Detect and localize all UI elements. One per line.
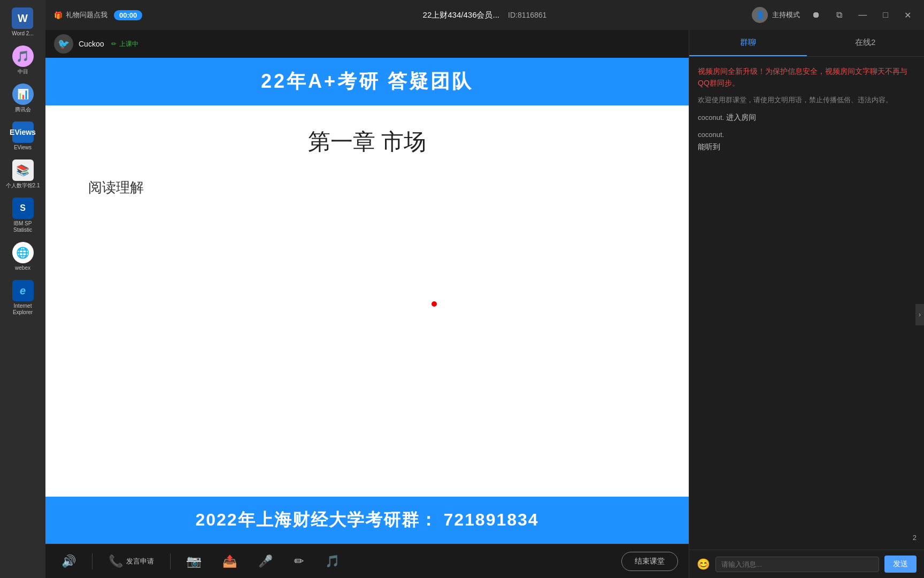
online-count: 2 bbox=[913, 534, 917, 542]
content-area: 🐦 Cuckoo ✏ 上课中 22年A+考研 答疑团队 第一章 市场 阅读理解 bbox=[45, 30, 924, 578]
chat-input-area: 😊 发送 bbox=[689, 550, 924, 578]
desktop-icon-tencent[interactable]: 📊 腾讯会 bbox=[10, 81, 36, 115]
desktop-icon-word-label: Word 2... bbox=[12, 31, 33, 37]
class-status-label: 上课中 bbox=[119, 40, 138, 49]
record-button[interactable]: ⏺ bbox=[807, 8, 825, 22]
camera-button[interactable]: 📷 bbox=[181, 551, 206, 572]
slide-subtitle: 阅读理解 bbox=[88, 178, 144, 197]
presenter-name: Cuckoo bbox=[79, 40, 104, 48]
volume-button[interactable]: 🔊 bbox=[56, 551, 81, 572]
cursor-dot bbox=[432, 301, 437, 307]
presenter-avatar: 🐦 bbox=[54, 34, 73, 54]
volume-icon: 🔊 bbox=[61, 554, 76, 568]
timer-badge: 00:00 bbox=[114, 10, 142, 20]
send-button[interactable]: 发送 bbox=[884, 556, 917, 573]
mic-button[interactable]: 🎤 bbox=[253, 551, 278, 572]
slide-header-text: 22年A+考研 答疑团队 bbox=[261, 70, 473, 92]
chat-username-2: coconut. bbox=[698, 131, 724, 139]
chat-tabs: 群聊 在线2 bbox=[689, 30, 924, 57]
chat-panel: 群聊 在线2 视频房间全新升级！为保护信息安全，视频房间文字聊天不再与QQ群同步… bbox=[689, 30, 924, 578]
presenter-bar: 🐦 Cuckoo ✏ 上课中 bbox=[45, 30, 689, 58]
maximize-button[interactable]: □ bbox=[879, 8, 892, 22]
music-button[interactable]: 🎵 bbox=[320, 551, 345, 572]
screen-share-button[interactable]: 📤 bbox=[217, 551, 242, 572]
gift-button[interactable]: 🎁 礼物问题点我 bbox=[54, 10, 107, 20]
camera-icon: 📷 bbox=[187, 554, 201, 568]
chat-input[interactable] bbox=[715, 557, 879, 572]
room-id: ID:8116861 bbox=[508, 11, 546, 19]
gift-icon: 🎁 bbox=[54, 11, 63, 19]
phone-icon: 📞 bbox=[109, 554, 123, 568]
desktop-icon-eviews[interactable]: EViews EViews bbox=[10, 119, 36, 153]
system-message-2: 欢迎使用群课堂，请使用文明用语，禁止传播低俗、违法内容。 bbox=[698, 95, 915, 106]
slide-footer: 2022年上海财经大学考研群： 721891834 bbox=[45, 497, 689, 544]
right-edge-arrow[interactable]: › bbox=[915, 304, 924, 325]
voice-request-button[interactable]: 📞 发言申请 bbox=[103, 551, 159, 572]
desktop-icon-webex[interactable]: 🌐 webex bbox=[10, 240, 36, 273]
whiteboard-icon: ✏ bbox=[294, 554, 304, 568]
desktop-icon-ibm-label: IBM SP Statistic bbox=[4, 220, 42, 233]
desktop-icon-ie-label: Internet Explorer bbox=[4, 303, 42, 316]
host-avatar: 👤 bbox=[752, 7, 768, 23]
music-icon: 🎵 bbox=[325, 554, 340, 568]
title-bar-right: 👤 主持模式 ⏺ ⧉ — □ ✕ bbox=[752, 7, 915, 23]
host-label: 主持模式 bbox=[772, 10, 800, 20]
whiteboard-button[interactable]: ✏ bbox=[289, 551, 309, 572]
desktop-icon-webex-label: webex bbox=[15, 265, 30, 271]
popout-button[interactable]: ⧉ bbox=[832, 8, 846, 22]
room-title: 22上财434/436会员... bbox=[423, 10, 499, 20]
chat-text-2: 能听到 bbox=[698, 142, 720, 151]
chat-message-1: coconut. 进入房间 bbox=[698, 111, 915, 124]
desktop-icon-zhongmu-label: 中目 bbox=[18, 69, 28, 75]
system-message-1: 视频房间全新升级！为保护信息安全，视频房间文字聊天不再与QQ群同步。 bbox=[698, 65, 915, 89]
desktop-icon-tencent-label: 腾讯会 bbox=[15, 107, 31, 113]
close-button[interactable]: ✕ bbox=[900, 8, 915, 22]
class-status: ✏ 上课中 bbox=[111, 40, 138, 49]
tab-group[interactable]: 群聊 bbox=[689, 30, 807, 56]
bottom-toolbar: 🔊 📞 发言申请 📷 📤 🎤 ✏ bbox=[45, 544, 689, 578]
screen-share-icon: 📤 bbox=[222, 554, 237, 568]
slide-header: 22年A+考研 答疑团队 bbox=[45, 58, 689, 105]
tab-online[interactable]: 在线2 bbox=[807, 30, 925, 56]
video-section: 🐦 Cuckoo ✏ 上课中 22年A+考研 答疑团队 第一章 市场 阅读理解 bbox=[45, 30, 689, 578]
host-info: 👤 主持模式 bbox=[752, 7, 800, 23]
gift-label: 礼物问题点我 bbox=[66, 10, 107, 20]
desktop-icon-personal-label: 个人数字馆2.1 bbox=[6, 182, 40, 189]
slide-container: 22年A+考研 答疑团队 第一章 市场 阅读理解 2022年上海财经大学考研群：… bbox=[45, 58, 689, 544]
desktop-sidebar: W Word 2... 🎵 中目 📊 腾讯会 EViews EViews 📚 个… bbox=[0, 0, 45, 578]
chat-text-1: 进入房间 bbox=[726, 113, 756, 121]
class-status-icon: ✏ bbox=[111, 40, 117, 48]
desktop-icon-zhongmu[interactable]: 🎵 中目 bbox=[10, 43, 36, 77]
title-bar-center: 22上财434/436会员... ID:8116861 bbox=[423, 10, 547, 20]
title-bar: 🎁 礼物问题点我 00:00 22上财434/436会员... ID:81168… bbox=[45, 0, 924, 30]
toolbar-divider-1 bbox=[92, 553, 93, 569]
slide-title: 第一章 市场 bbox=[308, 127, 427, 157]
chat-message-2: coconut. 能听到 bbox=[698, 128, 915, 153]
chat-username-1: coconut. bbox=[698, 113, 724, 121]
slide-footer-text: 2022年上海财经大学考研群： 721891834 bbox=[195, 510, 538, 529]
desktop-icon-eviews-label: EViews bbox=[14, 144, 32, 151]
desktop-icon-ibm[interactable]: S IBM SP Statistic bbox=[2, 195, 44, 235]
chat-messages: 视频房间全新升级！为保护信息安全，视频房间文字聊天不再与QQ群同步。 欢迎使用群… bbox=[689, 57, 924, 550]
mic-icon: 🎤 bbox=[258, 554, 273, 568]
minimize-button[interactable]: — bbox=[854, 8, 871, 22]
emoji-button[interactable]: 😊 bbox=[697, 558, 710, 571]
desktop-icon-personal[interactable]: 📚 个人数字馆2.1 bbox=[4, 157, 42, 191]
end-class-button[interactable]: 结束课堂 bbox=[621, 552, 678, 571]
desktop-icon-ie[interactable]: e Internet Explorer bbox=[2, 278, 44, 318]
desktop-icon-word[interactable]: W Word 2... bbox=[10, 5, 35, 39]
voice-request-label: 发言申请 bbox=[126, 557, 154, 566]
main-window: 🎁 礼物问题点我 00:00 22上财434/436会员... ID:81168… bbox=[45, 0, 924, 578]
title-bar-left: 🎁 礼物问题点我 00:00 bbox=[54, 10, 142, 20]
slide-body: 第一章 市场 阅读理解 bbox=[45, 105, 689, 497]
toolbar-divider-2 bbox=[170, 553, 171, 569]
